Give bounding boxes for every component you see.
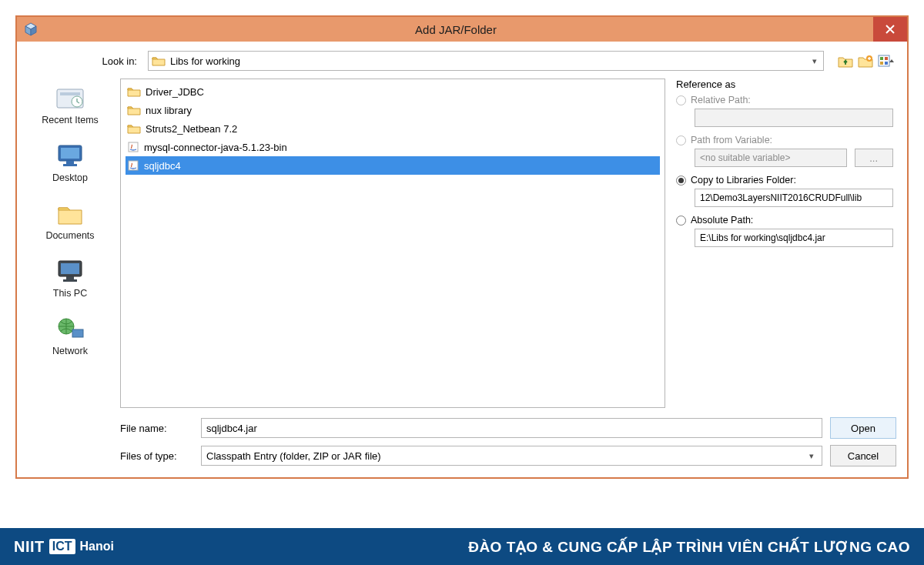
lookin-value: Libs for working	[170, 55, 809, 67]
place-documents[interactable]: Documents	[45, 200, 94, 241]
file-list-pane[interactable]: Driver_JDBCnux libraryStruts2_Netbean 7.…	[120, 79, 665, 408]
folder-icon	[127, 86, 141, 97]
file-item[interactable]: sqljdbc4	[126, 156, 660, 175]
radio-icon	[676, 216, 686, 226]
file-item[interactable]: Driver_JDBC	[126, 82, 660, 101]
up-folder-icon[interactable]	[838, 54, 853, 68]
place-this-pc[interactable]: This PC	[53, 258, 87, 299]
svg-rect-5	[880, 57, 883, 60]
filename-field[interactable]: sqljdbc4.jar	[201, 418, 822, 438]
radio-icon	[676, 176, 686, 186]
place-network[interactable]: Network	[52, 316, 88, 356]
svg-rect-21	[72, 329, 83, 337]
close-button[interactable]	[873, 17, 907, 42]
radio-path-from-variable: Path from Variable:	[676, 135, 896, 145]
place-recent-items[interactable]: Recent Items	[42, 85, 99, 125]
reference-title: Reference as	[676, 79, 896, 90]
app-cube-icon	[23, 22, 38, 37]
file-item-label: sqljdbc4	[144, 160, 181, 172]
filetype-label: Files of type:	[120, 450, 193, 462]
svg-rect-13	[61, 148, 79, 159]
file-item[interactable]: nux library	[126, 101, 660, 119]
filename-label: File name:	[120, 423, 193, 434]
folder-icon	[152, 55, 166, 66]
lookin-label: Look in:	[28, 55, 142, 67]
open-button[interactable]: Open	[830, 417, 896, 439]
page-footer: NIIT ICT Hanoi ĐÀO TẠO & CUNG CẤP LẬP TR…	[0, 528, 924, 565]
view-mode-icon[interactable]	[878, 54, 896, 68]
cancel-button[interactable]: Cancel	[830, 445, 896, 466]
niit-logo: NIIT ICT Hanoi	[14, 538, 114, 556]
svg-rect-6	[885, 57, 888, 60]
reference-panel: Reference as Relative Path: Path from Va…	[673, 79, 896, 408]
chevron-down-icon: ▾	[806, 451, 817, 461]
svg-rect-18	[66, 276, 74, 279]
footer-tagline: ĐÀO TẠO & CUNG CẤP LẬP TRÌNH VIÊN CHẤT L…	[468, 538, 910, 556]
svg-rect-17	[61, 263, 79, 274]
chevron-down-icon: ▾	[809, 56, 820, 66]
radio-icon	[676, 95, 686, 105]
variable-browse-button: ...	[855, 149, 893, 167]
svg-rect-7	[880, 62, 883, 65]
jar-icon	[127, 141, 139, 153]
file-item-label: nux library	[146, 105, 192, 116]
svg-rect-14	[66, 161, 74, 164]
file-item-label: Driver_JDBC	[146, 86, 204, 98]
radio-relative-path: Relative Path:	[676, 95, 896, 105]
jar-icon	[127, 159, 139, 172]
svg-rect-8	[885, 62, 888, 65]
radio-copy-to-libraries[interactable]: Copy to Libraries Folder:	[676, 175, 896, 186]
file-item[interactable]: Struts2_Netbean 7.2	[126, 119, 660, 138]
new-folder-icon[interactable]	[858, 54, 873, 68]
titlebar: Add JAR/Folder	[17, 17, 907, 42]
relative-path-field	[695, 109, 893, 127]
folder-icon	[127, 105, 141, 115]
folder-icon	[127, 123, 141, 134]
places-bar: Recent Items Desktop Documents This PC	[28, 79, 112, 408]
add-jar-dialog: Add JAR/Folder Look in: Libs for working…	[15, 15, 909, 479]
radio-icon	[676, 135, 686, 145]
radio-absolute-path[interactable]: Absolute Path:	[676, 215, 896, 226]
file-item-label: Struts2_Netbean 7.2	[146, 123, 237, 135]
svg-rect-15	[63, 164, 77, 166]
file-item[interactable]: mysql-connector-java-5.1.23-bin	[126, 138, 660, 156]
absolute-path-field[interactable]	[695, 229, 893, 247]
place-desktop[interactable]: Desktop	[52, 142, 88, 183]
filetype-dropdown[interactable]: Classpath Entry (folder, ZIP or JAR file…	[201, 446, 822, 466]
svg-rect-10	[60, 92, 80, 95]
copy-path-field[interactable]	[695, 189, 893, 207]
lookin-dropdown[interactable]: Libs for working ▾	[148, 51, 824, 71]
svg-rect-19	[63, 279, 77, 282]
variable-path-field	[695, 149, 847, 167]
file-item-label: mysql-connector-java-5.1.23-bin	[144, 142, 287, 153]
dialog-title: Add JAR/Folder	[38, 23, 873, 36]
